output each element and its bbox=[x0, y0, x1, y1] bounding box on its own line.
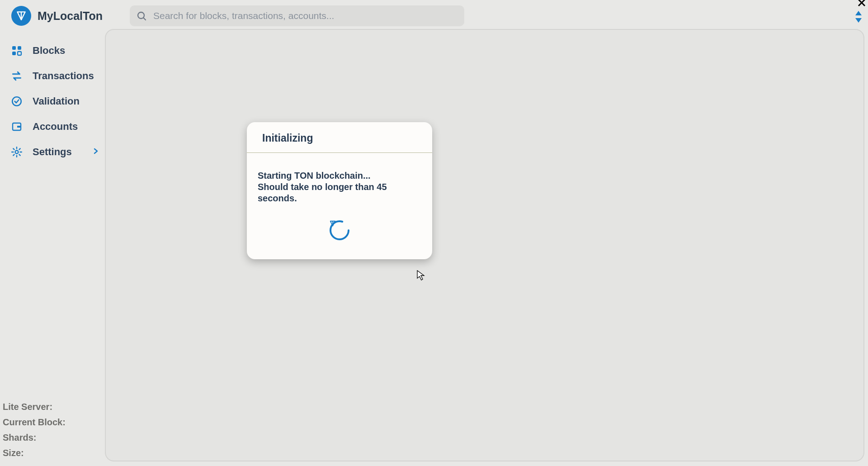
loading-spinner bbox=[329, 219, 350, 241]
main-panel bbox=[105, 29, 864, 461]
status-lite-server: Lite Server: bbox=[3, 399, 104, 414]
status-current-block: Current Block: bbox=[3, 414, 104, 430]
svg-point-12 bbox=[15, 151, 19, 154]
search-input[interactable] bbox=[153, 10, 458, 21]
sort-button[interactable] bbox=[854, 10, 863, 25]
svg-rect-5 bbox=[12, 46, 16, 50]
status-shards: Shards: bbox=[3, 430, 104, 445]
status-panel: Lite Server: Current Block: Shards: Size… bbox=[0, 399, 104, 466]
svg-rect-11 bbox=[17, 126, 21, 128]
chevron-right-icon bbox=[93, 148, 99, 156]
sidebar-item-validation[interactable]: Validation bbox=[11, 89, 99, 114]
sidebar-nav: Blocks Transactions Validation Accounts bbox=[0, 32, 104, 165]
status-size: Size: bbox=[3, 445, 104, 461]
search-field[interactable] bbox=[130, 5, 464, 26]
sidebar-item-blocks[interactable]: Blocks bbox=[11, 38, 99, 63]
sidebar: Blocks Transactions Validation Accounts bbox=[0, 32, 104, 466]
svg-rect-6 bbox=[18, 46, 21, 50]
accounts-icon bbox=[11, 121, 23, 133]
dialog-title: Initializing bbox=[247, 122, 432, 153]
sidebar-item-label: Accounts bbox=[33, 121, 78, 133]
ton-spinner-icon bbox=[329, 219, 350, 241]
app-title: MyLocalTon bbox=[38, 10, 103, 23]
sidebar-item-label: Validation bbox=[33, 95, 80, 107]
close-icon bbox=[857, 0, 866, 7]
svg-rect-7 bbox=[12, 52, 16, 55]
settings-icon bbox=[11, 146, 23, 158]
sidebar-item-label: Transactions bbox=[33, 70, 94, 82]
app-logo bbox=[11, 6, 31, 26]
ton-logo-icon bbox=[15, 10, 27, 22]
dialog-message-line2: Should take no longer than 45 seconds. bbox=[258, 181, 421, 204]
svg-line-2 bbox=[143, 18, 146, 20]
search-icon bbox=[136, 10, 147, 21]
transactions-icon bbox=[11, 70, 23, 82]
sidebar-item-transactions[interactable]: Transactions bbox=[11, 63, 99, 89]
validation-icon bbox=[11, 95, 23, 107]
close-button[interactable] bbox=[857, 0, 866, 9]
sidebar-item-label: Blocks bbox=[33, 45, 65, 57]
svg-rect-8 bbox=[18, 52, 21, 55]
sidebar-item-accounts[interactable]: Accounts bbox=[11, 114, 99, 139]
sidebar-item-label: Settings bbox=[33, 146, 72, 158]
blocks-icon bbox=[11, 45, 23, 57]
sidebar-item-settings[interactable]: Settings bbox=[11, 139, 99, 165]
initializing-dialog: Initializing Starting TON blockchain... … bbox=[247, 122, 432, 259]
sort-icon bbox=[854, 10, 863, 24]
dialog-message-line1: Starting TON blockchain... bbox=[258, 170, 421, 181]
topbar: MyLocalTon bbox=[0, 0, 868, 32]
